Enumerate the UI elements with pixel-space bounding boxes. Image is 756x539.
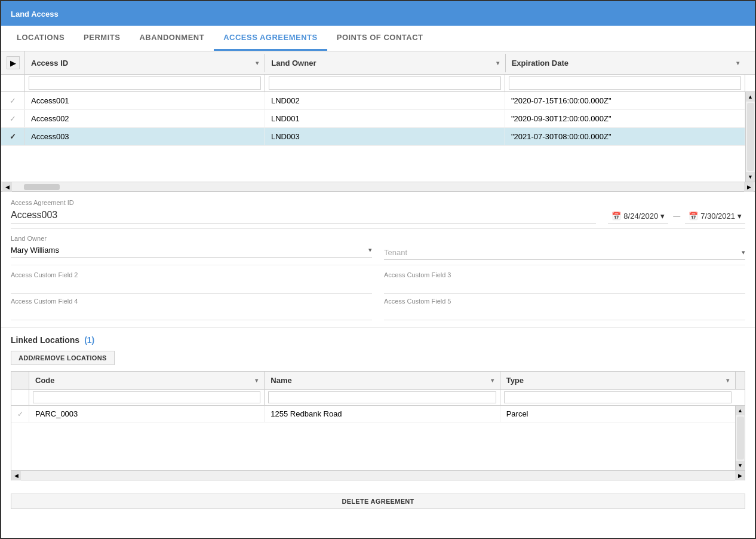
tab-access-agreements[interactable]: ACCESS AGREEMENTS [214,26,327,51]
sub-col-sort-icon: ▾ [491,377,494,384]
sub-scroll-down[interactable]: ▼ [736,461,745,470]
sub-row-check: ✓ [11,406,29,422]
sub-vertical-scrollbar[interactable]: ▲ ▼ [735,406,745,470]
col-sort-icon: ▾ [256,60,259,66]
sub-col-name[interactable]: Name ▾ [265,372,500,389]
tenant-field[interactable]: Tenant ▾ [384,246,745,260]
tab-locations[interactable]: LOCATIONS [7,26,74,51]
table-row[interactable]: ✓ Access003 LND003 "2021-07-30T08:00:00.… [1,128,745,146]
tab-points-of-contact[interactable]: POINTS OF CONTACT [327,26,433,51]
col-sort-icon: ▾ [736,60,739,66]
row-check-2: ✓ [1,110,25,127]
tenant-group: Tenant ▾ [378,235,745,260]
id-value[interactable]: Access003 [11,207,596,223]
add-remove-locations-button[interactable]: ADD/REMOVE LOCATIONS [11,351,115,365]
sub-horizontal-scrollbar[interactable]: ◀ ▶ [11,470,745,480]
scroll-down-btn[interactable]: ▼ [746,172,755,182]
linked-locations-section: Linked Locations (1) ADD/REMOVE LOCATION… [1,328,755,488]
linked-header: Linked Locations (1) [11,335,745,345]
detail-section: Access Agreement ID Access003 📅 8/24/202… [1,192,755,328]
list-item[interactable]: ✓ PARC_0003 1255 Redbank Road Parcel [11,406,735,422]
horizontal-scrollbar[interactable]: ◀ ▶ [1,182,755,191]
cell-access-id-3: Access003 [25,128,265,145]
custom-field-4-group: Access Custom Field 4 [11,298,378,320]
end-date-value: 7/30/2021 [700,212,735,220]
sub-filter-type[interactable] [504,391,732,403]
calendar-icon: 📅 [611,212,621,220]
custom-field-3-value[interactable] [384,280,745,294]
col-sort-icon: ▾ [496,60,499,66]
filter-expiration-date[interactable] [509,76,741,90]
access-agreements-grid: ▶ Access ID ▾ Land Owner ▾ Expiration Da… [1,51,755,192]
custom-field-5-group: Access Custom Field 5 [378,298,745,320]
custom-field-3-label: Access Custom Field 3 [384,271,745,278]
custom-field-2-value[interactable] [11,280,372,294]
custom-field-2-group: Access Custom Field 2 [11,271,378,294]
grid-body: ✓ Access001 LND002 "2020-07-15T16:00:00.… [1,92,745,182]
tab-abandonment[interactable]: ABANDONMENT [130,26,214,51]
title-bar: Land Access [1,1,755,26]
custom-field-4-value[interactable] [11,306,372,320]
expand-button[interactable]: ▶ [7,56,20,69]
date-separator: — [673,212,680,220]
custom-field-5-value[interactable] [384,306,745,320]
land-owner-label: Land Owner [11,235,372,242]
tenant-dropdown-icon[interactable]: ▾ [742,249,745,256]
calendar-icon-2: 📅 [689,212,698,220]
grid-filter-row [1,75,755,92]
sub-col-sort-icon: ▾ [726,377,729,384]
col-header-access-id[interactable]: Access ID ▾ [25,54,265,72]
col-header-land-owner[interactable]: Land Owner ▾ [265,54,505,72]
sub-filter-name[interactable] [268,391,496,403]
sub-scrollbar-track [737,416,744,460]
sub-expand-cell [11,372,29,389]
vertical-scrollbar[interactable]: ▲ ▼ [745,92,755,182]
main-content: ▶ Access ID ▾ Land Owner ▾ Expiration Da… [1,51,755,538]
tab-permits[interactable]: PERMITS [74,26,130,51]
expand-icon: ▶ [10,59,16,68]
land-owner-field[interactable]: Mary Williams ▾ [11,243,372,258]
sub-scroll-right[interactable]: ▶ [735,471,745,480]
sub-scroll-up[interactable]: ▲ [736,406,745,415]
linked-title: Linked Locations [11,335,79,345]
linked-count: (1) [84,335,94,345]
cell-access-id-2: Access002 [25,110,265,127]
scroll-thumb [24,184,60,190]
sub-scroll-left[interactable]: ◀ [11,471,21,480]
land-owner-group: Land Owner Mary Williams ▾ [11,235,378,260]
end-date-dropdown[interactable]: ▾ [737,212,742,220]
cell-land-owner-2: LND001 [265,110,505,127]
cell-land-owner-1: LND002 [265,92,505,109]
linked-locations-grid: Code ▾ Name ▾ Type ▾ [11,371,745,480]
scroll-up-btn[interactable]: ▲ [746,92,755,102]
scrollbar-track [747,103,754,171]
start-date-field[interactable]: 📅 8/24/2020 ▾ [608,209,668,223]
scroll-right-btn[interactable]: ▶ [744,182,754,192]
sub-col-code[interactable]: Code ▾ [29,372,265,389]
land-owner-dropdown-icon[interactable]: ▾ [368,246,372,254]
start-date-value: 8/24/2020 [623,212,658,220]
filter-land-owner[interactable] [269,76,501,90]
grid-header-row: ▶ Access ID ▾ Land Owner ▾ Expiration Da… [1,51,755,75]
end-date-field[interactable]: 📅 7/30/2021 ▾ [685,209,745,223]
id-label: Access Agreement ID [11,199,596,206]
sub-filter-code[interactable] [33,391,260,403]
scroll-left-btn[interactable]: ◀ [2,182,12,192]
sub-col-type[interactable]: Type ▾ [500,372,735,389]
tenant-placeholder: Tenant [384,248,738,257]
col-header-expiration-date[interactable]: Expiration Date ▾ [506,54,745,72]
tabs-bar: LOCATIONS PERMITS ABANDONMENT ACCESS AGR… [1,26,755,51]
expand-cell: ▶ [1,51,25,74]
cell-land-owner-3: LND003 [265,128,505,145]
grid-scroll-container: ✓ Access001 LND002 "2020-07-15T16:00:00.… [1,92,755,182]
table-row[interactable]: ✓ Access001 LND002 "2020-07-15T16:00:00.… [1,92,745,110]
custom-field-4-label: Access Custom Field 4 [11,298,372,305]
filter-access-id[interactable] [29,76,261,90]
custom-field-3-group: Access Custom Field 3 [378,271,745,294]
custom-field-2-label: Access Custom Field 2 [11,271,372,278]
row-check-1: ✓ [1,92,25,109]
custom-field-5-label: Access Custom Field 5 [384,298,745,305]
table-row[interactable]: ✓ Access002 LND001 "2020-09-30T12:00:00.… [1,110,745,128]
delete-agreement-button[interactable]: DELETE AGREEMENT [11,494,745,509]
start-date-dropdown[interactable]: ▾ [660,212,665,220]
